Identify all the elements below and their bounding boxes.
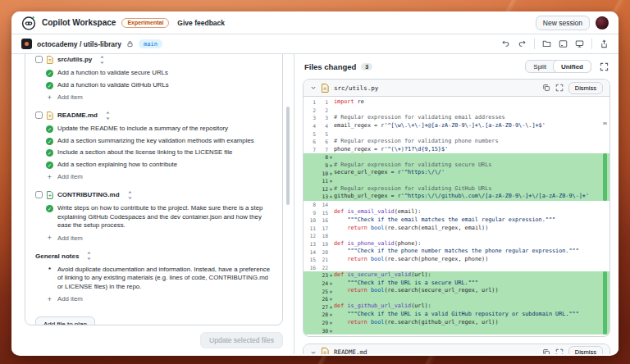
plan-task-row[interactable]: ✓Update the README to include a summary … (35, 123, 272, 135)
copy-icon[interactable] (542, 84, 550, 92)
chevron-down-icon[interactable] (310, 349, 317, 354)
add-item-label: Add item (57, 295, 83, 303)
code-line: 22 (304, 107, 609, 115)
new-line-number: 12 (316, 186, 328, 192)
svg-text:±: ± (323, 85, 327, 91)
old-line-number: 16 (304, 265, 316, 271)
plan-section-header[interactable]: +CONTRIBUTING.md (35, 189, 272, 200)
code-line: 1218 (304, 232, 609, 240)
new-session-button[interactable]: New session (536, 16, 590, 30)
diff-map-scrollbar[interactable] (603, 98, 607, 334)
code-text: """Check if the email matches the email … (334, 216, 555, 225)
drag-handle-icon[interactable] (86, 252, 92, 260)
plan-task-row[interactable]: ✓Include a section about the license lin… (35, 147, 272, 159)
fullscreen-icon[interactable] (600, 62, 609, 71)
unified-toggle-button[interactable]: Unified (553, 60, 591, 73)
plan-section-header[interactable]: General notes (35, 251, 272, 262)
task-done-icon: ✓ (46, 205, 53, 212)
plan-section-header[interactable]: ±src/utils.py (35, 54, 272, 65)
repo-breadcrumb[interactable]: octocademy / utils-library (37, 40, 121, 48)
task-text: Update the README to include a summary o… (57, 125, 228, 134)
svg-text:±: ± (48, 113, 52, 118)
new-line-number: 21 (316, 257, 328, 262)
plan-file-checkbox[interactable] (35, 111, 43, 119)
plan-task-row[interactable]: ✓Add a function to validate GitHub URLs (35, 80, 272, 92)
new-line-number: 9 (316, 162, 328, 168)
code-line: 28+ """Check if the URL is a valid GitHu… (304, 311, 609, 319)
code-text: def is_email_valid(email): (334, 208, 421, 216)
file-modified-icon: ± (322, 348, 329, 354)
copilot-workspace-logo-icon (21, 16, 36, 30)
code-line: 66# Regular expression for validating ph… (304, 138, 609, 146)
app-title: Copilot Workspace (42, 18, 116, 27)
repo-toolbar: octocademy / utils-library main (11, 34, 619, 54)
dismiss-button[interactable]: Dismiss (568, 346, 603, 354)
plan-section-header[interactable]: ±README.md (35, 110, 272, 121)
diff-card-src-utils: ± src/utils.py Dismiss 11import re2233# … (303, 79, 610, 337)
code-line: 1117 return bool(re.search(email_regex, … (304, 225, 609, 233)
plus-icon: + (46, 234, 53, 241)
split-toggle-button[interactable]: Split (526, 61, 554, 72)
share-icon[interactable] (600, 39, 609, 48)
diff-code-area: 11import re2233# Regular expression for … (304, 97, 609, 336)
desktop-background: { "colors": { "accent_blue": "#0969da", … (0, 0, 630, 364)
code-line: 30+ (304, 326, 609, 334)
old-line-number: 3 (304, 115, 316, 121)
files-changed-title: Files changed (304, 62, 356, 71)
old-line-number: 7 (304, 147, 316, 152)
drag-handle-icon[interactable] (99, 56, 105, 64)
plan-section: ±README.md✓Update the README to include … (35, 110, 272, 182)
undo-icon[interactable] (501, 39, 510, 48)
plan-section: General notes*Avoid duplicate documentat… (35, 251, 272, 305)
add-item-button[interactable]: +Add item (35, 171, 272, 182)
expand-icon[interactable] (555, 84, 564, 92)
add-item-button[interactable]: +Add item (35, 232, 272, 243)
code-line: 1016 """Check if the email matches the e… (304, 216, 609, 225)
new-line-number: 15 (316, 210, 328, 216)
plan-task-row[interactable]: ✓Write steps on how to contribute to the… (35, 202, 272, 232)
drag-handle-icon[interactable] (105, 111, 111, 120)
drag-handle-icon[interactable] (127, 191, 133, 199)
add-item-button[interactable]: +Add item (35, 91, 272, 102)
code-line: 1319def is_phone_valid(phone): (304, 240, 609, 248)
terminal-icon[interactable] (559, 39, 568, 48)
diff-file-name: src/utils.py (334, 84, 378, 92)
task-text: Write steps on how to contribute to the … (57, 204, 272, 230)
plan-task-row[interactable]: ✓Add a section summarizing the key valid… (35, 135, 272, 148)
folder-icon[interactable] (542, 39, 551, 48)
update-selected-files-button[interactable]: Update selected files (200, 332, 283, 348)
redo-icon[interactable] (518, 39, 527, 48)
plan-task-row[interactable]: ✓Add a function to validate secure URLs (35, 67, 272, 80)
task-text: Add a function to validate secure URLs (57, 69, 168, 78)
task-done-icon: ✓ (46, 138, 53, 145)
new-line-number: 2 (316, 107, 328, 113)
old-line-number: 1 (304, 99, 316, 105)
plan-scrollbar[interactable] (286, 107, 290, 205)
plan-file-checkbox[interactable] (35, 56, 43, 63)
task-text: Avoid duplicate documentation and inform… (57, 266, 272, 292)
plan-task-row[interactable]: *Avoid duplicate documentation and infor… (35, 264, 272, 293)
give-feedback-link[interactable]: Give feedback (177, 19, 225, 27)
add-item-button[interactable]: +Add item (35, 293, 272, 304)
plan-task-row[interactable]: ✓Add a section explaining how to contrib… (35, 159, 272, 171)
code-line: 1420 """Check if the phone number matche… (304, 248, 609, 256)
expand-icon[interactable] (555, 348, 564, 354)
new-line-number: 14 (316, 202, 328, 207)
old-line-number: 14 (304, 249, 316, 255)
copy-icon[interactable] (542, 348, 550, 354)
add-file-to-plan-button[interactable]: Add file to plan (35, 316, 95, 325)
plan-file-checkbox[interactable] (35, 191, 43, 198)
code-line: 1521 return bool(re.search(phone_regex, … (304, 256, 609, 264)
code-line: 24+ """Check if the URL is a secure URL.… (304, 280, 609, 288)
device-icon[interactable] (575, 39, 584, 48)
chevron-down-icon[interactable] (310, 84, 317, 91)
user-avatar[interactable] (596, 16, 609, 30)
branch-badge[interactable]: main (139, 39, 162, 48)
svg-text:+: + (48, 193, 52, 198)
new-line-number: 30 (316, 328, 328, 334)
task-text: Add a section summarizing the key valida… (57, 137, 254, 146)
added-plus-marker: + (328, 280, 334, 286)
plan-panel: ±src/utils.py✓Add a function to validate… (11, 54, 294, 354)
dismiss-button[interactable]: Dismiss (568, 82, 603, 94)
new-line-number: 10 (316, 171, 328, 176)
